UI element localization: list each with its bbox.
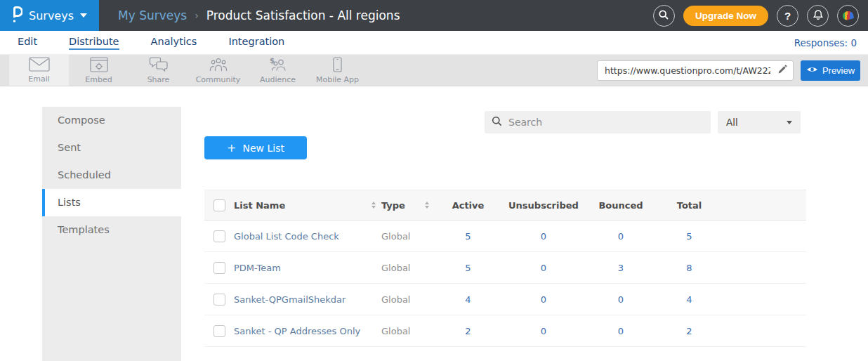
notifications-button[interactable] [807, 5, 829, 27]
preview-button[interactable]: Preview [801, 60, 860, 81]
row-checkbox[interactable] [213, 230, 225, 242]
mobile-app-icon [333, 57, 342, 74]
select-all-checkbox[interactable] [213, 199, 225, 211]
sidebar-item-templates[interactable]: Templates [42, 216, 181, 244]
new-list-label: New List [242, 143, 284, 154]
tab-analytics[interactable]: Analytics [151, 36, 197, 50]
unsubscribed-count[interactable]: 0 [541, 231, 546, 242]
list-name-link[interactable]: PDM-Team [234, 263, 281, 273]
community-icon [209, 57, 228, 74]
upgrade-now-button[interactable]: Upgrade Now [683, 6, 768, 26]
toolbar-item-label: Community [196, 75, 241, 84]
sidebar-item-compose[interactable]: Compose [42, 107, 181, 134]
header-type[interactable]: Type [381, 190, 435, 221]
toolbar-item-embed[interactable]: Embed [69, 55, 129, 86]
list-type: Global [381, 315, 435, 347]
row-checkbox[interactable] [213, 294, 225, 306]
active-count[interactable]: 5 [465, 263, 471, 273]
toolbar-item-audience[interactable]: $ Audience [248, 55, 308, 86]
toolbar-item-community[interactable]: Community [188, 55, 248, 86]
toolbar-item-label: Audience [260, 75, 296, 84]
bounced-count[interactable]: 0 [618, 231, 624, 242]
unsubscribed-count[interactable]: 0 [541, 326, 546, 336]
tab-integration[interactable]: Integration [228, 36, 284, 50]
toolbar-item-label: Share [147, 75, 170, 84]
unsubscribed-count[interactable]: 0 [541, 263, 546, 273]
search-icon [658, 9, 669, 22]
total-count[interactable]: 8 [686, 263, 692, 273]
tab-distribute[interactable]: Distribute [69, 36, 119, 50]
search-icon [492, 116, 502, 129]
sort-icon[interactable] [371, 202, 376, 209]
sort-icon[interactable] [425, 202, 429, 209]
sidebar-item-sent[interactable]: Sent [42, 134, 181, 162]
total-count[interactable]: 4 [686, 294, 692, 305]
list-type: Global [381, 284, 435, 315]
product-switcher[interactable]: Surveys [0, 0, 99, 31]
toolbar-item-email[interactable]: Email [9, 55, 69, 86]
list-name-link[interactable]: Sanket - QP Addresses Only [234, 326, 360, 336]
chevron-down-icon [787, 121, 792, 124]
global-search-button[interactable] [653, 5, 675, 27]
toolbar-item-mobile-app[interactable]: Mobile App [308, 55, 367, 86]
survey-title: Product Satisfaction - All regions [206, 8, 400, 22]
topbar: Surveys My Surveys › Product Satisfactio… [0, 0, 868, 31]
distribute-toolbar: Email Embed Share Community [0, 55, 868, 86]
chevron-down-icon [80, 13, 87, 18]
active-count[interactable]: 5 [465, 231, 471, 242]
survey-nav-tabs: Edit Distribute Analytics Integration Re… [0, 31, 868, 55]
list-filter-dropdown[interactable]: All [718, 111, 801, 133]
table-row[interactable]: Global List Code Check Global 5 0 0 5 [204, 221, 806, 252]
sidebar-item-lists[interactable]: Lists [42, 189, 181, 216]
new-list-button[interactable]: + New List [204, 136, 307, 159]
unsubscribed-count[interactable]: 0 [541, 294, 546, 305]
header-list-name[interactable]: List Name [234, 190, 381, 221]
topbar-actions: Upgrade Now ? [653, 5, 868, 27]
filter-value: All [726, 117, 738, 128]
bell-icon [813, 9, 824, 22]
table-row[interactable]: PDM-Team Global 5 0 3 8 [204, 252, 806, 284]
share-icon [149, 57, 169, 74]
list-name-link[interactable]: Sanket-QPGmailShekdar [234, 294, 346, 305]
eye-icon [806, 65, 818, 76]
header-total: Total [656, 190, 723, 221]
account-avatar[interactable] [837, 5, 859, 27]
list-name-link[interactable]: Global List Code Check [234, 231, 339, 242]
header-bounced: Bounced [586, 190, 656, 221]
breadcrumb-separator: › [195, 10, 199, 21]
bounced-count[interactable]: 0 [618, 326, 624, 336]
embed-icon [90, 57, 108, 74]
content-area: Compose Sent Scheduled Lists Templates A… [0, 86, 868, 361]
active-count[interactable]: 2 [465, 326, 471, 336]
list-search-input[interactable] [508, 117, 704, 128]
email-icon [29, 57, 50, 74]
row-checkbox[interactable] [213, 325, 225, 337]
header-unsubscribed: Unsubscribed [501, 190, 586, 221]
active-count[interactable]: 4 [465, 294, 471, 305]
tab-edit[interactable]: Edit [18, 36, 37, 50]
plus-icon: + [227, 141, 236, 155]
row-checkbox[interactable] [213, 262, 225, 274]
toolbar-item-label: Email [28, 74, 50, 84]
total-count[interactable]: 5 [686, 231, 692, 242]
bounced-count[interactable]: 3 [618, 263, 624, 273]
list-type: Global [381, 252, 435, 284]
preview-label: Preview [822, 65, 855, 76]
product-label: Surveys [29, 9, 74, 22]
edit-url-button[interactable] [772, 61, 793, 80]
email-sidebar: Compose Sent Scheduled Lists Templates [42, 107, 181, 361]
breadcrumb-my-surveys[interactable]: My Surveys [118, 8, 187, 22]
responses-count[interactable]: Responses: 0 [794, 37, 868, 48]
questionpro-logo-icon [12, 6, 22, 25]
table-row[interactable]: Sanket - QP Addresses Only Global 2 0 0 … [204, 315, 806, 347]
toolbar-item-share[interactable]: Share [129, 55, 188, 86]
survey-url-input[interactable] [598, 65, 772, 76]
table-row[interactable]: Sanket-QPGmailShekdar Global 4 0 0 4 [204, 284, 806, 315]
help-button[interactable]: ? [777, 5, 798, 27]
toolbar-item-label: Embed [85, 75, 112, 84]
audience-icon: $ [269, 57, 287, 74]
total-count[interactable]: 2 [686, 326, 692, 336]
sidebar-item-scheduled[interactable]: Scheduled [42, 162, 181, 189]
bounced-count[interactable]: 0 [618, 294, 624, 305]
list-search-box [485, 111, 711, 133]
